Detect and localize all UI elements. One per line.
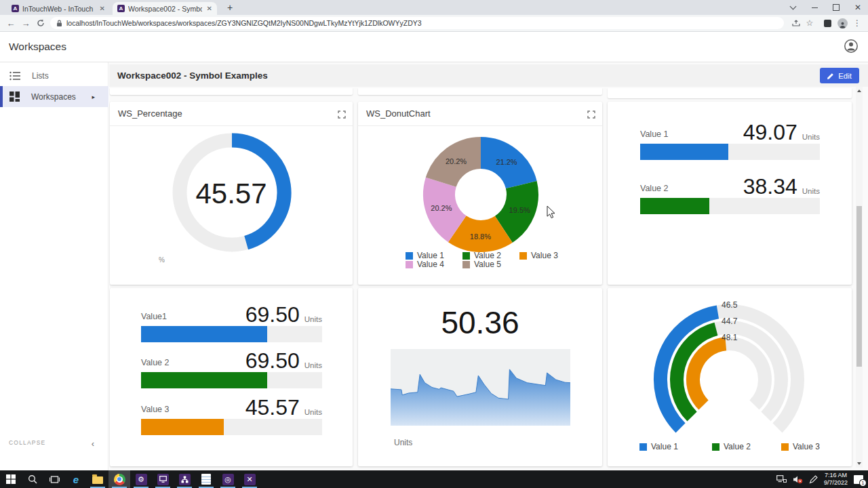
- bar-unit-label: Units: [304, 408, 322, 416]
- legend-item: Value 1: [406, 251, 444, 260]
- gauge-value: 45.57: [110, 178, 353, 210]
- app-network-icon[interactable]: [174, 470, 195, 488]
- tray-time: 7:16 AM: [824, 472, 848, 479]
- forward-icon[interactable]: →: [19, 16, 33, 30]
- collapse-label[interactable]: COLLAPSE: [9, 439, 45, 446]
- radial-legend: Value 1Value 2Value 3: [608, 442, 852, 455]
- bar-row: Value 269.50Units: [141, 358, 322, 367]
- scrollbar-thumb[interactable]: [856, 206, 862, 367]
- legend-swatch: [462, 252, 470, 260]
- app-title: Workspaces: [9, 41, 66, 53]
- bar-fill: [141, 372, 267, 388]
- legend-swatch: [519, 252, 527, 260]
- address-bar[interactable]: localhost/InTouchWeb/workspaces/workspac…: [50, 17, 784, 29]
- widget-trend: 50.36 Units: [358, 288, 602, 466]
- browser-tab-workspace002[interactable]: A Workspace002 - Symbol Examp ✕: [113, 2, 217, 15]
- muted-speaker-icon[interactable]: [793, 475, 803, 484]
- browser-menu-icon[interactable]: ⋮: [850, 16, 864, 30]
- trend-value: 50.36: [358, 304, 602, 341]
- bookmark-star-icon[interactable]: ☆: [803, 16, 816, 30]
- fullscreen-icon[interactable]: [587, 109, 595, 121]
- legend-item: Value 3: [781, 442, 820, 451]
- bar-value: 69.50Units: [245, 348, 322, 373]
- share-icon[interactable]: [789, 16, 803, 30]
- start-button[interactable]: [0, 470, 22, 488]
- browser-tab-intouchweb[interactable]: A InTouchWeb - InTouch Introducti ✕: [7, 2, 110, 15]
- account-icon[interactable]: [844, 39, 859, 56]
- action-center-icon[interactable]: 1: [854, 475, 863, 484]
- sidebar-item-lists[interactable]: Lists: [0, 65, 108, 86]
- content-scrollbar[interactable]: [856, 87, 863, 468]
- app-gears-icon[interactable]: ⚙: [130, 470, 152, 488]
- widget-header: WS_DonutChart: [358, 102, 602, 126]
- legend-label: Value 1: [417, 251, 444, 260]
- sidebar: Lists Workspaces ▸ COLLAPSE ‹: [0, 62, 108, 470]
- trend-sparkline-chart: [391, 349, 570, 426]
- bar-track: [141, 419, 322, 435]
- task-view-icon[interactable]: [43, 470, 65, 488]
- legend-label: Value 4: [417, 260, 444, 269]
- page-header: Workspace002 - Symbol Examples Edit: [109, 64, 868, 87]
- app-monitor-icon[interactable]: [152, 470, 174, 488]
- profile-avatar[interactable]: [835, 16, 849, 30]
- legend-swatch: [712, 443, 719, 451]
- file-explorer-icon[interactable]: [87, 470, 108, 488]
- legend-label: Value 3: [793, 442, 820, 451]
- sidebar-item-workspaces[interactable]: Workspaces ▸: [0, 86, 108, 107]
- expand-arrow-icon[interactable]: ▸: [92, 94, 95, 100]
- bar-track: [640, 198, 820, 214]
- tab-search-chevron-icon[interactable]: [783, 0, 803, 15]
- legend-swatch: [462, 261, 470, 268]
- internet-explorer-icon[interactable]: e: [65, 470, 87, 488]
- network-icon[interactable]: [776, 475, 787, 483]
- tab-close-icon[interactable]: ✕: [98, 5, 105, 12]
- page-title: Workspace002 - Symbol Examples: [117, 70, 268, 81]
- card-fragment: [608, 88, 852, 98]
- collapse-chevron-icon[interactable]: ‹: [92, 439, 94, 449]
- pencil-icon: [827, 73, 834, 79]
- scroll-up-icon[interactable]: [857, 89, 861, 92]
- notepad-icon[interactable]: [195, 470, 217, 488]
- app-spiral-icon[interactable]: ◎: [217, 470, 239, 488]
- close-window-button[interactable]: ✕: [848, 0, 868, 15]
- tab-close-icon[interactable]: ✕: [205, 5, 212, 12]
- screen: A InTouchWeb - InTouch Introducti ✕ A Wo…: [0, 0, 868, 488]
- search-icon[interactable]: [22, 470, 43, 488]
- bar-fill: [141, 326, 267, 342]
- minimize-button[interactable]: [804, 0, 825, 15]
- legend-item: Value 5: [462, 260, 501, 269]
- bar-fill: [640, 144, 728, 160]
- edit-button-label: Edit: [838, 72, 852, 80]
- chrome-icon[interactable]: [108, 470, 130, 488]
- edit-button[interactable]: Edit: [820, 68, 859, 83]
- aveva-favicon-icon: A: [12, 5, 19, 12]
- svg-text:44.7: 44.7: [722, 317, 738, 326]
- scroll-down-icon[interactable]: [857, 462, 861, 465]
- clock[interactable]: 7:16 AM 9/7/2022: [824, 472, 848, 487]
- svg-text:48.1: 48.1: [722, 333, 738, 342]
- bar-track: [141, 326, 322, 342]
- svg-text:18.8%: 18.8%: [470, 232, 491, 241]
- bar-row: Value169.50Units: [141, 312, 322, 321]
- bar-fill: [141, 419, 224, 435]
- fullscreen-icon[interactable]: [338, 109, 346, 121]
- side-panel-icon[interactable]: [821, 16, 834, 30]
- system-tray: 7:16 AM 9/7/2022 1: [776, 470, 868, 488]
- back-icon[interactable]: ←: [4, 16, 18, 30]
- bar-row: Value 149.07Units: [640, 129, 820, 139]
- legend-swatch: [639, 443, 647, 451]
- widget-bars-top: Value 149.07UnitsValue 238.34Units: [608, 102, 852, 285]
- svg-text:46.5: 46.5: [722, 300, 738, 310]
- new-tab-button[interactable]: +: [224, 2, 235, 13]
- pen-icon[interactable]: [809, 475, 818, 484]
- windows-taskbar: e ⚙ ◎ ✕ 7:16 AM 9/7/2022 1: [0, 470, 868, 488]
- reload-icon[interactable]: [34, 16, 47, 30]
- widget-ws-percentage: WS_Percentage 45.57 %: [110, 102, 353, 285]
- maximize-button[interactable]: [826, 0, 846, 15]
- svg-text:20.2%: 20.2%: [431, 204, 452, 212]
- aveva-favicon-icon: A: [117, 5, 125, 12]
- browser-toolbar: ← → localhost/InTouchWeb/workspaces/work…: [0, 15, 868, 32]
- legend-item: Value 4: [406, 260, 444, 269]
- app-x-icon[interactable]: ✕: [239, 470, 260, 488]
- legend-swatch: [406, 261, 413, 268]
